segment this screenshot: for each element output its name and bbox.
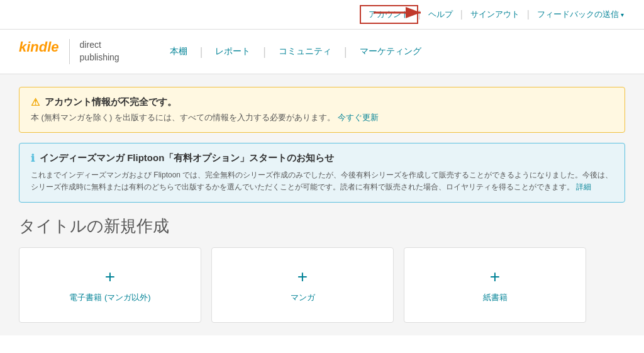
nav-reports[interactable]: レポート — [203, 46, 263, 57]
nav-bookshelf[interactable]: 本棚 — [157, 46, 200, 57]
signout-nav-item[interactable]: サインアウト — [463, 6, 527, 23]
create-ebook-card[interactable]: + 電子書籍 (マンガ以外) — [19, 247, 201, 323]
info-banner: ℹ インディーズマンガ Fliptoon「有料オプション」スタートのお知らせ こ… — [19, 143, 625, 203]
warning-body: 本 (無料マンガを除く) を出版するには、すべての情報を入力する必要があります。 — [31, 113, 335, 122]
warning-banner: ⚠ アカウント情報が不完全です。 本 (無料マンガを除く) を出版するには、すべ… — [19, 87, 625, 133]
create-cards-container: + 電子書籍 (マンガ以外) + マンガ + 紙書籍 — [19, 247, 625, 323]
info-title-text: インディーズマンガ Fliptoon「有料オプション」スタートのお知らせ — [40, 152, 334, 164]
logo: kindle directpublishing — [19, 39, 119, 64]
warning-title-text: アカウント情報が不完全です。 — [45, 96, 177, 108]
warning-icon: ⚠ — [31, 96, 40, 108]
info-icon: ℹ — [31, 152, 35, 164]
main-header: kindle directpublishing 本棚 | レポート | コミュニ… — [0, 30, 644, 74]
manga-label: マンガ — [291, 292, 315, 303]
info-title: ℹ インディーズマンガ Fliptoon「有料オプション」スタートのお知らせ — [31, 152, 613, 164]
create-paperbook-card[interactable]: + 紙書籍 — [404, 247, 586, 323]
warning-text: 本 (無料マンガを除く) を出版するには、すべての情報を入力する必要があります。… — [31, 112, 613, 123]
logo-direct: directpublishing — [80, 39, 119, 64]
section-title: タイトルの新規作成 — [19, 215, 625, 237]
info-body: これまでインディーズマンガおよび Fliptoon では、完全無料のシリーズ作成… — [31, 171, 613, 191]
create-manga-card[interactable]: + マンガ — [211, 247, 394, 323]
chevron-down-icon: ▾ — [621, 11, 624, 18]
warning-title: ⚠ アカウント情報が不完全です。 — [31, 96, 613, 108]
paperbook-label: 紙書籍 — [483, 292, 508, 303]
plus-icon-ebook: + — [105, 267, 115, 287]
nav-marketing[interactable]: マーケティング — [347, 46, 434, 57]
arrow-annotation — [367, 1, 430, 24]
nav-community[interactable]: コミュニティ — [266, 46, 344, 57]
plus-icon-paperbook: + — [490, 267, 500, 287]
ebook-label: 電子書籍 (マンガ以外) — [69, 292, 150, 303]
info-detail-link[interactable]: 詳細 — [576, 182, 591, 191]
logo-kindle: kindle — [19, 39, 59, 55]
warning-update-link[interactable]: 今すぐ更新 — [338, 113, 379, 122]
logo-separator — [69, 39, 70, 64]
plus-icon-manga: + — [297, 267, 308, 287]
feedback-label: フィードバックの送信 — [537, 9, 619, 20]
info-text: これまでインディーズマンガおよび Fliptoon では、完全無料のシリーズ作成… — [31, 169, 613, 193]
main-content: ⚠ アカウント情報が不完全です。 本 (無料マンガを除く) を出版するには、すべ… — [0, 74, 644, 335]
feedback-nav-item[interactable]: フィードバックの送信 ▾ — [530, 6, 631, 23]
top-navigation: アカウント | ヘルプ | サインアウト | フィードバックの送信 ▾ — [0, 0, 644, 30]
main-navigation: 本棚 | レポート | コミュニティ | マーケティング — [157, 45, 434, 59]
